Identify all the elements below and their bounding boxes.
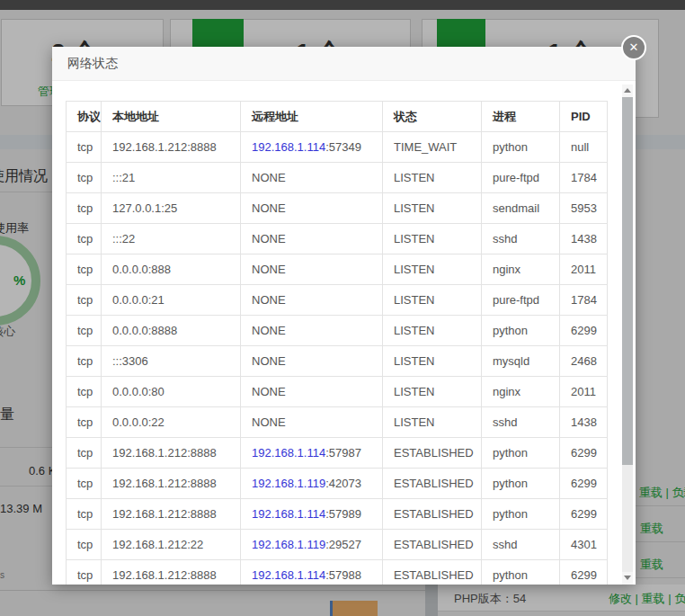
cell-local-address: :::3306 bbox=[102, 346, 241, 377]
cell-remote-address: 192.168.1.119:29527 bbox=[241, 530, 383, 560]
cell-local-address: 127.0.0.1:25 bbox=[102, 193, 241, 224]
remote-port: :29527 bbox=[325, 538, 361, 551]
cell-protocol: tcp bbox=[67, 530, 102, 560]
remote-port: :42073 bbox=[325, 477, 361, 490]
cell-process: python bbox=[482, 438, 560, 469]
cell-status: LISTEN bbox=[383, 346, 482, 377]
cell-protocol: tcp bbox=[67, 346, 102, 377]
cell-remote-address: 192.168.1.114:57989 bbox=[241, 499, 383, 530]
cell-pid: null bbox=[560, 132, 608, 163]
table-row: tcp:::3306NONELISTENmysqld2468 bbox=[67, 346, 608, 377]
remote-ip-link[interactable]: 192.168.1.114 bbox=[252, 140, 325, 154]
cell-local-address: 192.168.1.212:8888 bbox=[102, 438, 241, 469]
remote-ip-link[interactable]: 192.168.1.119 bbox=[252, 477, 325, 490]
cell-protocol: tcp bbox=[67, 316, 102, 346]
cell-process: nginx bbox=[482, 254, 560, 285]
remote-port: :57988 bbox=[325, 568, 361, 582]
cell-local-address: :::22 bbox=[102, 224, 241, 254]
cell-process: python bbox=[482, 316, 560, 346]
cell-remote-address: NONE bbox=[241, 346, 383, 377]
table-row: tcp0.0.0.0:22NONELISTENsshd1438 bbox=[67, 407, 608, 438]
cell-pid: 6299 bbox=[560, 499, 608, 530]
scroll-up-icon bbox=[624, 88, 631, 93]
table-row: tcp0.0.0.0:21NONELISTENpure-ftpd1784 bbox=[67, 285, 608, 316]
cell-protocol: tcp bbox=[67, 438, 102, 469]
cell-remote-address: NONE bbox=[241, 163, 383, 193]
cell-pid: 6299 bbox=[560, 560, 608, 585]
cell-remote-address: 192.168.1.114:57988 bbox=[241, 560, 383, 585]
cell-remote-address: NONE bbox=[241, 407, 383, 438]
cell-status: ESTABLISHED bbox=[383, 438, 482, 469]
table-row: tcp192.168.1.212:8888192.168.1.114:57989… bbox=[67, 499, 608, 530]
cell-pid: 1438 bbox=[560, 224, 608, 254]
cell-pid: 4301 bbox=[560, 530, 608, 560]
cell-local-address: 192.168.1.212:8888 bbox=[102, 499, 241, 530]
cell-status: ESTABLISHED bbox=[383, 560, 482, 585]
connections-table-wrap: 协议本地地址远程地址状态进程PID tcp192.168.1.212:88881… bbox=[66, 101, 609, 585]
cell-protocol: tcp bbox=[67, 254, 102, 285]
cell-remote-address: NONE bbox=[241, 377, 383, 407]
cell-remote-address: NONE bbox=[241, 193, 383, 224]
cell-process: nginx bbox=[482, 377, 560, 407]
remote-ip-link[interactable]: 192.168.1.114 bbox=[252, 568, 325, 582]
table-row: tcp0.0.0.0:8888NONELISTENpython6299 bbox=[67, 316, 608, 346]
cell-process: sshd bbox=[482, 224, 560, 254]
table-row: tcp192.168.1.212:8888192.168.1.114:57349… bbox=[67, 132, 608, 163]
cell-protocol: tcp bbox=[67, 285, 102, 316]
table-row: tcp:::21NONELISTENpure-ftpd1784 bbox=[67, 163, 608, 193]
table-row: tcp:::22NONELISTENsshd1438 bbox=[67, 224, 608, 254]
table-header-row: 协议本地地址远程地址状态进程PID bbox=[67, 102, 608, 132]
cell-local-address: 192.168.1.212:8888 bbox=[102, 560, 241, 585]
cell-pid: 2011 bbox=[560, 254, 608, 285]
scroll-up-button[interactable] bbox=[622, 85, 633, 97]
connections-tbody: tcp192.168.1.212:8888192.168.1.114:57349… bbox=[67, 132, 608, 585]
cell-remote-address: NONE bbox=[241, 316, 383, 346]
cell-protocol: tcp bbox=[67, 193, 102, 224]
cell-local-address: 192.168.1.212:8888 bbox=[102, 469, 241, 499]
cell-remote-address: 192.168.1.119:42073 bbox=[241, 469, 383, 499]
remote-ip-link[interactable]: 192.168.1.114 bbox=[252, 446, 325, 460]
cell-protocol: tcp bbox=[67, 224, 102, 254]
scroll-down-button[interactable] bbox=[622, 572, 633, 585]
cell-protocol: tcp bbox=[67, 469, 102, 499]
cell-status: ESTABLISHED bbox=[383, 469, 482, 499]
scroll-down-icon bbox=[624, 576, 631, 580]
column-header: 本地地址 bbox=[102, 102, 241, 132]
table-scrollbar[interactable] bbox=[622, 85, 633, 585]
cell-process: pure-ftpd bbox=[482, 285, 560, 316]
cell-remote-address: 192.168.1.114:57349 bbox=[241, 132, 383, 163]
remote-port: :57987 bbox=[325, 446, 361, 460]
remote-port: :57989 bbox=[325, 507, 361, 521]
remote-ip-link[interactable]: 192.168.1.119 bbox=[252, 538, 325, 551]
cell-pid: 1438 bbox=[560, 407, 608, 438]
cell-pid: 1784 bbox=[560, 163, 608, 193]
cell-pid: 6299 bbox=[560, 469, 608, 499]
connections-table: 协议本地地址远程地址状态进程PID tcp192.168.1.212:88881… bbox=[66, 101, 608, 585]
table-row: tcp0.0.0.0:80NONELISTENnginx2011 bbox=[67, 377, 608, 407]
cell-local-address: 0.0.0.0:21 bbox=[102, 285, 241, 316]
table-row: tcp192.168.1.212:22192.168.1.119:29527ES… bbox=[67, 530, 608, 560]
cell-status: TIME_WAIT bbox=[383, 132, 482, 163]
close-icon[interactable]: ✕ bbox=[621, 35, 646, 60]
cell-local-address: 0.0.0.0:80 bbox=[102, 377, 241, 407]
cell-remote-address: NONE bbox=[241, 254, 383, 285]
cell-status: LISTEN bbox=[383, 224, 482, 254]
cell-protocol: tcp bbox=[67, 560, 102, 585]
table-row: tcp192.168.1.212:8888192.168.1.119:42073… bbox=[67, 469, 608, 499]
cell-status: LISTEN bbox=[383, 254, 482, 285]
table-row: tcp127.0.0.1:25NONELISTENsendmail5953 bbox=[67, 193, 608, 224]
table-row: tcp192.168.1.212:8888192.168.1.114:57987… bbox=[67, 438, 608, 469]
cell-process: sshd bbox=[482, 530, 560, 560]
cell-process: python bbox=[482, 499, 560, 530]
scrollbar-thumb[interactable] bbox=[622, 97, 633, 465]
cell-process: mysqld bbox=[482, 346, 560, 377]
remote-ip-link[interactable]: 192.168.1.114 bbox=[252, 507, 325, 521]
dialog-title: 网络状态 bbox=[67, 47, 636, 80]
table-row: tcp192.168.1.212:8888192.168.1.114:57988… bbox=[67, 560, 608, 585]
column-header: 状态 bbox=[383, 102, 482, 132]
column-header: 协议 bbox=[67, 102, 102, 132]
cell-process: python bbox=[482, 560, 560, 585]
column-header: PID bbox=[560, 102, 608, 132]
dialog-header: 网络状态 bbox=[52, 47, 636, 81]
cell-pid: 2011 bbox=[560, 377, 608, 407]
